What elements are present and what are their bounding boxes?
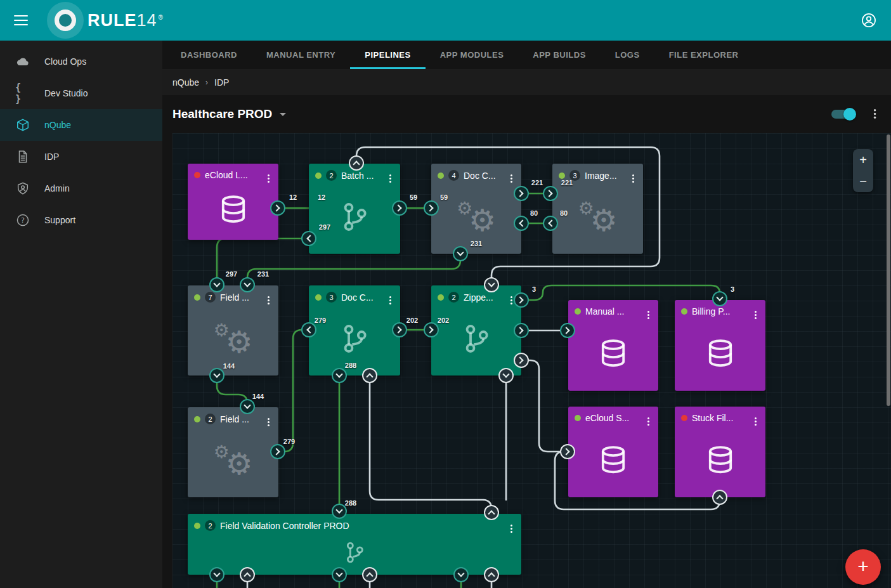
connector-down[interactable] <box>498 368 514 383</box>
node-menu-button[interactable] <box>750 311 760 313</box>
connector-right[interactable] <box>424 322 439 337</box>
zoom-out-button[interactable]: − <box>859 175 867 188</box>
connector-down[interactable] <box>453 246 468 261</box>
node-menu-button[interactable] <box>385 296 395 298</box>
sidebar-item-nqube[interactable]: nQube <box>0 109 162 141</box>
connector-down[interactable] <box>332 567 347 582</box>
status-dot <box>315 294 322 301</box>
connector-up[interactable] <box>362 368 377 383</box>
pipeline-node[interactable]: eCloud S... <box>568 407 658 497</box>
connector-right[interactable] <box>514 323 529 338</box>
pipeline-node[interactable]: 2Batch ... <box>309 164 400 254</box>
connector-left[interactable] <box>543 216 558 231</box>
connector-up[interactable] <box>349 155 364 171</box>
status-dot <box>194 416 200 422</box>
node-menu-button[interactable] <box>643 311 653 313</box>
edge-count-label: 202 <box>438 317 449 324</box>
tab-file-explorer[interactable]: FILE EXPLORER <box>654 41 753 69</box>
account-icon[interactable] <box>861 12 877 29</box>
pipeline-node[interactable]: 2Field ...⚙⚙ <box>188 407 278 497</box>
pipeline-selector[interactable]: Healthcare PROD <box>172 107 272 121</box>
connector-down[interactable] <box>209 567 224 582</box>
edge-count-label: 297 <box>226 270 237 278</box>
pipeline-node[interactable]: Manual ... <box>568 300 658 391</box>
pipeline-node[interactable]: 2Field Validation Controller PROD <box>188 514 521 575</box>
node-menu-button[interactable] <box>385 174 395 176</box>
add-button[interactable]: + <box>845 549 881 585</box>
connector-right[interactable] <box>424 200 439 216</box>
pipeline-node[interactable]: 3Image...⚙⚙ <box>552 164 643 254</box>
pipeline-canvas[interactable]: eCloud L...2Batch ...4Doc C...⚙⚙3Image..… <box>172 133 891 588</box>
chevron-right-icon <box>563 327 569 334</box>
pipeline-header: Healthcare PROD <box>162 95 891 133</box>
connector-left[interactable] <box>301 231 316 246</box>
connector-right[interactable] <box>543 186 558 201</box>
chevron-up-icon <box>488 572 495 579</box>
node-menu-button[interactable] <box>263 174 273 176</box>
connector-down[interactable] <box>240 399 255 414</box>
cloud-icon <box>15 54 30 69</box>
toggle-knob <box>843 108 856 121</box>
chevron-right-icon <box>516 327 523 334</box>
tab-logs[interactable]: LOGS <box>601 41 654 69</box>
chevron-right-icon <box>426 204 433 211</box>
connector-down[interactable] <box>332 368 347 383</box>
sidebar-item-cloud-ops[interactable]: Cloud Ops <box>0 46 162 77</box>
connector-right[interactable] <box>560 444 575 459</box>
sidebar-item-support[interactable]: ?Support <box>0 204 162 236</box>
connector-left[interactable] <box>514 216 529 231</box>
dropdown-caret-icon[interactable] <box>280 113 286 116</box>
connector-down[interactable] <box>484 277 499 292</box>
tab-pipelines[interactable]: PIPELINES <box>350 41 425 69</box>
connector-right[interactable] <box>270 200 285 216</box>
sidebar-item-admin[interactable]: Admin <box>0 173 162 204</box>
connector-up[interactable] <box>240 567 255 582</box>
connector-down[interactable] <box>209 277 224 292</box>
chevron-down-icon <box>488 280 495 287</box>
node-menu-button[interactable] <box>263 418 273 420</box>
tab-app-builds[interactable]: APP BUILDS <box>518 41 601 69</box>
tab-dashboard[interactable]: DASHBOARD <box>166 41 252 69</box>
connector-right[interactable] <box>514 353 529 368</box>
node-menu-button[interactable] <box>750 417 760 419</box>
connector-down[interactable] <box>240 277 255 292</box>
tab-manual-entry[interactable]: MANUAL ENTRY <box>252 41 350 69</box>
connector-down[interactable] <box>332 504 347 519</box>
count-badge: 2 <box>448 292 459 303</box>
breadcrumb-root[interactable]: nQube <box>172 77 199 88</box>
sidebar-item-idp[interactable]: IDP <box>0 141 162 173</box>
node-menu-button[interactable] <box>506 525 516 526</box>
edge-count-label: 12 <box>318 193 325 201</box>
sidebar-item-dev-studio[interactable]: { }Dev Studio <box>0 77 162 109</box>
edge-count-label: 279 <box>283 438 295 445</box>
pipeline-node[interactable]: Stuck Fil... <box>675 407 765 497</box>
connector-right[interactable] <box>514 186 529 201</box>
connector-right[interactable] <box>560 323 575 338</box>
tab-app-modules[interactable]: APP MODULES <box>426 41 519 69</box>
pipeline-node[interactable]: Billing P... <box>675 300 765 391</box>
node-menu-button[interactable] <box>506 174 516 176</box>
connector-left[interactable] <box>301 322 316 337</box>
connector-down[interactable] <box>209 368 224 383</box>
connector-down[interactable] <box>712 291 727 306</box>
connector-right[interactable] <box>392 200 407 216</box>
connector-right[interactable] <box>392 322 407 337</box>
vertical-scrollbar[interactable] <box>887 134 890 406</box>
connector-down[interactable] <box>453 567 469 582</box>
zoom-in-button[interactable]: + <box>859 154 867 166</box>
pipeline-node[interactable]: 2Zippe... <box>431 285 521 376</box>
pipeline-node[interactable]: eCloud L... <box>188 164 278 240</box>
pipeline-enabled-toggle[interactable] <box>831 110 854 119</box>
connector-up[interactable] <box>484 505 499 520</box>
node-title: Billing P... <box>692 306 746 317</box>
connector-up[interactable] <box>484 567 499 582</box>
connector-right[interactable] <box>514 292 529 308</box>
node-menu-button[interactable] <box>628 174 638 176</box>
menu-icon[interactable] <box>14 15 28 25</box>
connector-right[interactable] <box>270 444 285 459</box>
connector-up[interactable] <box>712 490 727 505</box>
connector-up[interactable] <box>362 567 377 582</box>
node-menu-button[interactable] <box>263 296 273 298</box>
pipeline-menu-button[interactable] <box>869 109 880 119</box>
node-menu-button[interactable] <box>643 417 653 419</box>
